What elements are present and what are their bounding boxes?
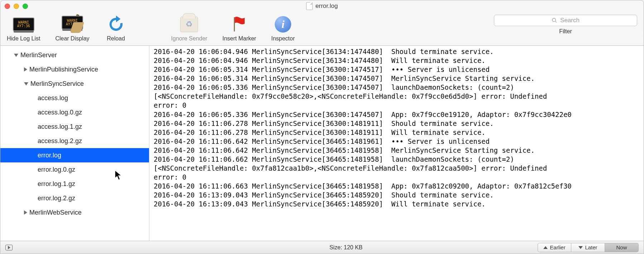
titlebar: error.log <box>0 0 644 12</box>
broom-icon: WARNIAY7:36 <box>61 15 84 34</box>
disclosure-down-icon <box>24 82 28 86</box>
now-button[interactable]: Now <box>605 243 639 252</box>
search-icon <box>552 18 557 23</box>
toolbar: WARNIAY7:36 Hide Log List WARNIAY7:36 Cl… <box>0 12 644 46</box>
log-line: 2016-04-20 16:06:04.946 MerlinSyncServic… <box>154 47 639 56</box>
log-line: 2016-04-20 16:06:05.336 MerlinSyncServic… <box>154 83 639 92</box>
log-line: 2016-04-20 16:06:05.314 MerlinSyncServic… <box>154 74 639 83</box>
earlier-label: Earlier <box>550 244 565 250</box>
log-line: 2016-04-20 16:06:05.314 MerlinSyncServic… <box>154 65 639 74</box>
sidebar-item-label: access.log.0.gz <box>38 109 82 116</box>
search-placeholder: Search <box>560 17 580 24</box>
minimize-window-button[interactable] <box>14 4 19 9</box>
log-line: error: 0 <box>154 101 639 110</box>
status-size: Size: 120 KB <box>154 244 538 251</box>
arrow-up-icon <box>543 246 548 249</box>
inspector-button[interactable]: i Inspector <box>271 15 295 42</box>
sidebar-file-error-log-1[interactable]: error.log.1.gz <box>0 177 149 191</box>
sidebar-item-label: MerlinWebService <box>29 209 82 216</box>
window-title-text: error.log <box>316 3 338 10</box>
log-line: 2016-04-20 16:13:09.043 MerlinSyncServic… <box>154 191 639 200</box>
log-line: 2016-04-20 16:11:06.642 MerlinSyncServic… <box>154 146 639 155</box>
clear-display-label: Clear Display <box>55 35 89 42</box>
search-input[interactable]: Search <box>494 15 637 26</box>
sidebar-item-label: MerlinPublishingService <box>29 66 98 73</box>
log-line: error: 0 <box>154 173 639 182</box>
log-list-sidebar[interactable]: MerlinServer MerlinPublishingService Mer… <box>0 46 149 241</box>
sidebar-file-access-log-2[interactable]: access.log.2.gz <box>0 134 149 148</box>
ignore-sender-label: Ignore Sender <box>171 35 207 42</box>
inspector-label: Inspector <box>271 35 295 42</box>
log-line: 2016-04-20 16:11:06.642 MerlinSyncServic… <box>154 137 639 146</box>
sidebar-item-sync[interactable]: MerlinSyncService <box>0 77 149 91</box>
quicklook-icon[interactable] <box>5 245 13 250</box>
log-line: 2016-04-20 16:06:05.336 MerlinSyncServic… <box>154 110 639 119</box>
svg-rect-0 <box>234 17 235 31</box>
hide-log-list-button[interactable]: WARNIAY7:36 Hide Log List <box>7 15 40 42</box>
reload-icon <box>105 15 128 34</box>
log-line: 2016-04-20 16:11:06.278 MerlinSyncServic… <box>154 119 639 128</box>
sidebar-item-label: MerlinServer <box>20 52 57 59</box>
log-line: 2016-04-20 16:11:06.278 MerlinSyncServic… <box>154 128 639 137</box>
sidebar-item-label: error.log.1.gz <box>38 180 75 188</box>
log-line: [<NSConcreteFileHandle: 0x7f9cc0e58c20>,… <box>154 92 639 101</box>
disclosure-right-icon <box>24 67 27 72</box>
disclosure-down-icon <box>14 54 18 57</box>
sidebar-file-access-log[interactable]: access.log <box>0 91 149 105</box>
document-icon <box>306 2 313 10</box>
now-label: Now <box>616 244 627 250</box>
sidebar-item-label: MerlinSyncService <box>30 80 84 88</box>
sidebar-file-access-log-1[interactable]: access.log.1.gz <box>0 119 149 134</box>
sidebar-item-label: access.log.2.gz <box>38 137 82 145</box>
reload-button[interactable]: Reload <box>105 15 128 42</box>
window-controls <box>5 4 28 9</box>
ignore-sender-button[interactable]: Ignore Sender <box>171 15 207 42</box>
log-line: [<NSConcreteFileHandle: 0x7fa812caa1b0>,… <box>154 164 639 173</box>
time-nav-segment: Earlier Later Now <box>538 243 639 252</box>
console-window: error.log WARNIAY7:36 Hide Log List WARN… <box>0 0 644 254</box>
arrow-down-icon <box>578 246 583 249</box>
insert-marker-button[interactable]: Insert Marker <box>222 15 256 42</box>
sidebar-item-publishing[interactable]: MerlinPublishingService <box>0 62 149 77</box>
sidebar-file-error-log[interactable]: error.log <box>0 148 149 162</box>
hide-log-list-label: Hide Log List <box>7 35 40 42</box>
recycle-bin-icon <box>178 15 201 34</box>
sidebar-file-error-log-2[interactable]: error.log.2.gz <box>0 191 149 205</box>
sidebar-item-label: error.log <box>38 152 61 159</box>
reload-label: Reload <box>107 35 125 42</box>
sidebar-item-label: access.log <box>38 94 68 102</box>
led-panel-icon: WARNIAY7:36 <box>12 15 35 34</box>
log-line: 2016-04-20 16:06:04.946 MerlinSyncServic… <box>154 56 639 65</box>
log-line: 2016-04-20 16:11:06.663 MerlinSyncServic… <box>154 182 639 191</box>
close-window-button[interactable] <box>5 4 10 9</box>
log-line: 2016-04-20 16:11:06.662 MerlinSyncServic… <box>154 155 639 164</box>
flag-icon <box>228 15 251 34</box>
sidebar-item-merlinserver[interactable]: MerlinServer <box>0 48 149 62</box>
later-label: Later <box>585 244 597 250</box>
statusbar: Size: 120 KB Earlier Later Now <box>0 241 644 254</box>
clear-display-button[interactable]: WARNIAY7:36 Clear Display <box>55 15 89 42</box>
window-title: error.log <box>306 2 338 10</box>
zoom-window-button[interactable] <box>23 4 28 9</box>
sidebar-item-label: error.log.0.gz <box>38 166 75 174</box>
log-content[interactable]: 2016-04-20 16:06:04.946 MerlinSyncServic… <box>149 46 644 241</box>
sidebar-item-web[interactable]: MerlinWebService <box>0 205 149 220</box>
sidebar-file-error-log-0[interactable]: error.log.0.gz <box>0 162 149 177</box>
later-button[interactable]: Later <box>571 243 605 252</box>
log-line: 2016-04-20 16:13:09.043 MerlinSyncServic… <box>154 200 639 209</box>
sidebar-file-access-log-0[interactable]: access.log.0.gz <box>0 105 149 119</box>
insert-marker-label: Insert Marker <box>222 35 256 42</box>
earlier-button[interactable]: Earlier <box>538 243 571 252</box>
sidebar-item-label: access.log.1.gz <box>38 123 82 131</box>
filter-label: Filter <box>559 28 572 35</box>
sidebar-item-label: error.log.2.gz <box>38 195 75 202</box>
disclosure-right-icon <box>24 210 27 215</box>
info-icon: i <box>271 15 294 34</box>
